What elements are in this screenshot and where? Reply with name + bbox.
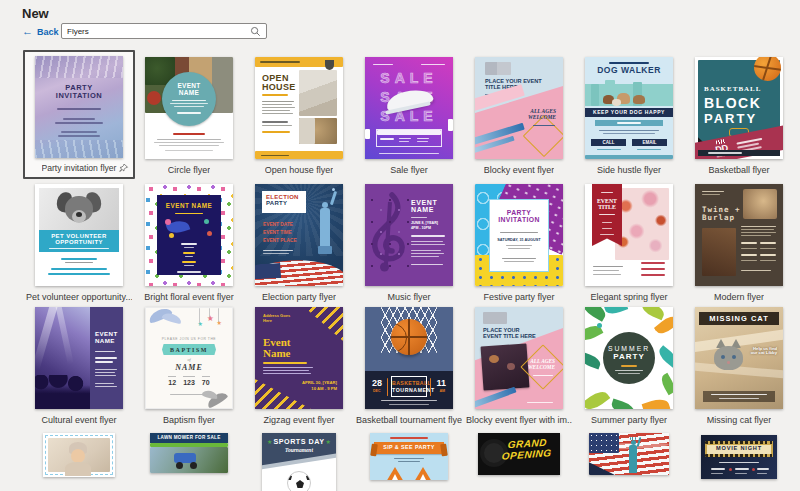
template-modern-flyer[interactable]: Twine + Burlap: [695, 184, 783, 286]
template-party-invitation-flyer[interactable]: PARTY INVITATION: [35, 56, 123, 158]
text-line: [741, 270, 771, 271]
template-elegant-spring-flyer[interactable]: EVENT TITLE: [585, 184, 673, 286]
fox-ear-inner: [391, 474, 399, 480]
text-line: [390, 437, 428, 439]
template-movie-night-flyer[interactable]: MOVIE NIGHT: [701, 435, 777, 479]
text-line: [741, 226, 776, 227]
template-basketball-flyer[interactable]: BASKETBALL BLOCK PARTY DD MONTH: [695, 57, 783, 159]
template-pet-volunteer-flyer[interactable]: PET VOLUNTEER OPPORTUNITY: [35, 184, 123, 286]
template-bright-floral-flyer[interactable]: EVENT NAME: [145, 184, 233, 286]
template-side-hustle-flyer[interactable]: DOG WALKER KEEP YOUR DOG HAPPY CALL: [585, 57, 673, 159]
subtitle-line: [262, 94, 288, 96]
template-grand-opening-flyer[interactable]: GRAND OPENING: [478, 433, 560, 475]
orange-banner: SIP & SEE PARTY: [374, 442, 444, 454]
text-line: [757, 473, 767, 474]
search-input[interactable]: [67, 27, 246, 36]
text-line: [95, 386, 117, 387]
leaf-art: [642, 396, 671, 409]
flyer-title: EVENT NAME: [411, 199, 437, 214]
template-sip-and-see-flyer[interactable]: SIP & SEE PARTY: [370, 433, 448, 480]
badge-text: ALL AGES WELCOME: [528, 109, 556, 121]
flyer-title: SIP & SEE PARTY: [374, 445, 444, 451]
template-cell: Twine + Burlap Modern flyer: [684, 177, 794, 303]
text-line: [711, 473, 723, 474]
back-button[interactable]: ← Back: [22, 26, 59, 37]
template-cultural-event-flyer[interactable]: EVENT NAME: [35, 307, 123, 409]
building: [657, 86, 667, 106]
text-line: [184, 247, 194, 248]
template-lawn-mower-flyer[interactable]: LAWN MOWER FOR SALE: [150, 433, 228, 473]
flyer-title: GRAND OPENING: [498, 437, 556, 462]
text-line: [609, 62, 649, 64]
template-blocky-event-flyer-with-image[interactable]: PLACE YOUR EVENT TITLE HERE ALL AGES WEL…: [475, 307, 563, 409]
text-line: [183, 252, 195, 254]
tagline-text: KEEP YOUR DOG HAPPY: [585, 110, 673, 115]
red-dot: [752, 468, 755, 471]
template-missing-cat-flyer[interactable]: MISSING CAT Help us find our cat Libby: [695, 307, 783, 409]
event-date: SATURDAY, 31 AUGUST: [490, 238, 548, 242]
template-basketball-tournament-flyer[interactable]: 28 DEC BASKETBALL TOURNAMENT 11 AM: [365, 307, 453, 409]
template-baptism-flyer[interactable]: ★ ★ ★ PLEASE JOIN US FOR THE BAPTISM of …: [145, 307, 233, 409]
text-line: [735, 468, 749, 470]
text-line: [411, 217, 427, 218]
left-arrow-icon: ←: [22, 26, 33, 37]
flyer-title-2: BLOCK: [704, 96, 761, 111]
day-month: DEC: [373, 390, 381, 394]
header-text-line: [260, 61, 300, 63]
text-line: [711, 468, 725, 470]
new-template-gallery: { "page": { "title": "New" }, "toolbar":…: [0, 0, 800, 491]
baby-body: [65, 462, 91, 476]
template-label: Side hustle flyer: [597, 166, 661, 176]
template-cell: EVENT NAME Cultural event flyer: [24, 300, 134, 426]
date-number: 12: [168, 376, 176, 386]
template-open-house-flyer[interactable]: OPEN HOUSE: [255, 57, 343, 159]
template-blocky-event-flyer[interactable]: PLACE YOUR EVENT TITLE HERE ALL AGES WEL…: [475, 57, 563, 159]
text-line: [262, 104, 292, 105]
ribbon-bow: [161, 311, 182, 325]
text-line: [172, 100, 206, 101]
statue-of-liberty: [317, 188, 335, 254]
fox-ear-inner: [419, 474, 427, 480]
template-patriotic-flag-flyer[interactable]: [589, 433, 669, 475]
template-election-party-flyer[interactable]: ELECTION PARTY EVENT DATE EVENT TIME EVE…: [255, 184, 343, 286]
dog-photo: [39, 188, 119, 230]
flyer-title-1: BASKETBALL: [704, 86, 761, 93]
search-box[interactable]: [61, 23, 267, 39]
date-number: 70: [202, 376, 210, 386]
text-line: [95, 369, 117, 370]
divider: [430, 378, 431, 396]
template-sports-day-flyer[interactable]: ★ ★ SPORTS DAY Tournament: [262, 433, 336, 491]
text-line: [702, 194, 720, 195]
selected-template-card[interactable]: PARTY INVITATION Party invitation flyer: [23, 50, 135, 179]
grid-line: [741, 248, 757, 249]
info-box: [376, 129, 442, 147]
leaf-art: [656, 345, 673, 368]
template-baby-photo-flyer[interactable]: [43, 433, 115, 477]
template-sale-flyer[interactable]: SALE SALE SALE: [365, 57, 453, 159]
text-line: [411, 250, 441, 251]
film-perforations: [705, 454, 773, 457]
template-summer-party-flyer[interactable]: SUMMER PARTY: [585, 307, 673, 409]
crowd-silhouette: [35, 375, 93, 409]
leaf-art: [585, 352, 602, 370]
text-line: [263, 250, 293, 251]
template-zigzag-event-flyer[interactable]: Address Goes Here Event Name APRIL 30, […: [255, 307, 343, 409]
date-number: 123: [183, 376, 195, 386]
template-circle-flyer[interactable]: EVENT NAME: [145, 57, 233, 159]
flyer-title: OPEN HOUSE: [262, 74, 296, 91]
text-line: [182, 261, 196, 263]
template-cell: PARTY INVITATION SATURDAY, 31 AUGUST Fes…: [464, 177, 574, 303]
flower-dot: [207, 231, 212, 236]
push-pin-icon[interactable]: [118, 163, 129, 174]
leaf-dot: [655, 327, 659, 331]
text-line: [615, 370, 643, 371]
of-text: of: [146, 358, 232, 362]
flyer-title-2: PARTY: [603, 353, 655, 361]
template-cell: 28 DEC BASKETBALL TOURNAMENT 11 AM Baske…: [354, 300, 464, 426]
template-festive-party-flyer[interactable]: PARTY INVITATION SATURDAY, 31 AUGUST: [475, 184, 563, 286]
leaf-art: [640, 307, 667, 320]
hour-number: 11: [436, 379, 446, 388]
search-icon[interactable]: [250, 26, 261, 37]
template-music-flyer[interactable]: EVENT NAME JUNE 8, [YEAR] 4PM - 10PM: [365, 184, 453, 286]
text-line: [95, 357, 117, 359]
